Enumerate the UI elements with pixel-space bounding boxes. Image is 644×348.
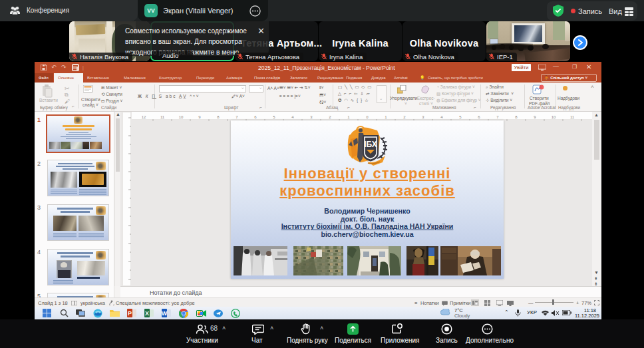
svg-text:9: 9 [198, 115, 201, 119]
svg-text:0: 0 [366, 115, 369, 119]
svg-text:1: 1 [385, 115, 387, 119]
svg-text:8: 8 [515, 115, 518, 119]
svg-text:2: 2 [403, 115, 406, 119]
svg-text:4: 4 [440, 115, 443, 119]
svg-text:10: 10 [179, 115, 184, 119]
svg-text:5: 5 [459, 115, 462, 119]
svg-text:9: 9 [534, 115, 536, 119]
svg-text:11: 11 [160, 115, 165, 119]
svg-text:P: P [128, 310, 132, 317]
svg-text:11: 11 [570, 115, 575, 119]
svg-text:7: 7 [236, 115, 238, 119]
svg-text:6: 6 [478, 115, 480, 119]
svg-text:W: W [162, 310, 168, 317]
svg-text:7: 7 [496, 115, 499, 119]
svg-text:4: 4 [291, 115, 294, 119]
svg-text:8: 8 [217, 115, 220, 119]
svg-text:1: 1 [347, 115, 350, 119]
svg-text:2: 2 [329, 115, 331, 119]
svg-text:10: 10 [552, 115, 556, 119]
svg-text:6: 6 [254, 115, 257, 119]
svg-text:X: X [145, 310, 149, 317]
svg-text:12: 12 [142, 115, 146, 119]
svg-text:3: 3 [422, 115, 424, 119]
svg-text:3: 3 [310, 115, 313, 119]
svg-text:5: 5 [273, 115, 275, 119]
svg-text:ІБХ: ІБХ [364, 140, 377, 149]
